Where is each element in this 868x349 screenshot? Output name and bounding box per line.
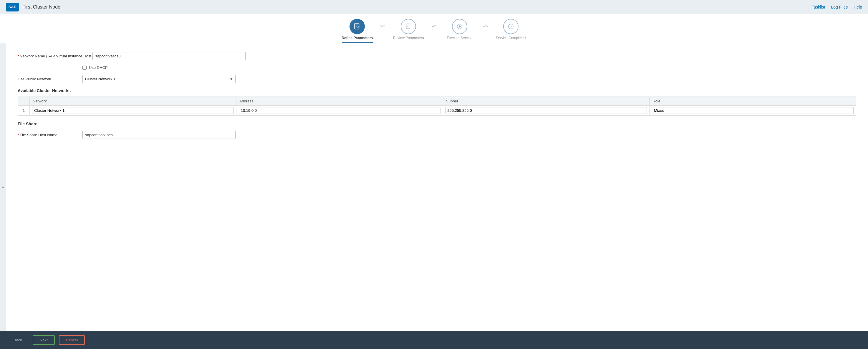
execute-label: Execute Service bbox=[447, 36, 472, 43]
file-share-host-group: *File Share Host Name bbox=[18, 131, 856, 139]
use-public-network-label: Use Public Network bbox=[18, 75, 83, 82]
arrow-2: »» bbox=[431, 19, 437, 29]
use-public-network-group: Use Public Network Cluster Network 1 Clu… bbox=[18, 75, 856, 83]
sap-logo: SAP bbox=[6, 3, 19, 11]
use-dhcp-checkbox[interactable] bbox=[83, 66, 87, 70]
svg-rect-0 bbox=[355, 23, 359, 29]
next-button[interactable]: Next bbox=[33, 335, 55, 345]
wizard-steps: Define Parameters »» Review Parameters »… bbox=[337, 19, 531, 43]
footer: Back Next Cancel bbox=[0, 331, 868, 349]
use-public-network-select[interactable]: Cluster Network 1 Cluster Network 2 bbox=[83, 75, 236, 83]
header-left: SAP First Cluster Node bbox=[6, 3, 60, 11]
cancel-button[interactable]: Cancel bbox=[59, 335, 85, 345]
wizard-step-execute[interactable]: Execute Service bbox=[439, 19, 480, 43]
header-nav: Tasklist Log Files Help bbox=[811, 5, 862, 9]
use-dhcp-row: Use DHCP bbox=[83, 65, 856, 70]
sidebar-toggle[interactable]: » bbox=[0, 43, 6, 331]
use-dhcp-label: Use DHCP bbox=[89, 65, 108, 70]
table-row: 1 bbox=[18, 106, 856, 116]
review-label: Review Parameters bbox=[393, 36, 424, 43]
review-icon bbox=[401, 19, 416, 34]
arrow-3: »» bbox=[483, 19, 488, 29]
main-content: *Network Name (SAP Virtual Instance Host… bbox=[6, 43, 868, 331]
wizard-step-define[interactable]: Define Parameters bbox=[337, 19, 378, 43]
wizard-step-review[interactable]: Review Parameters bbox=[388, 19, 429, 43]
cluster-table: Network Address Subnet Role 1 bbox=[18, 97, 856, 116]
row-subnet-cell bbox=[443, 106, 650, 116]
row-network-cell bbox=[30, 106, 237, 116]
col-address: Address bbox=[236, 97, 443, 106]
file-share-host-input[interactable] bbox=[83, 131, 236, 139]
row-role-input[interactable] bbox=[652, 107, 854, 114]
svg-rect-6 bbox=[406, 24, 410, 29]
cluster-table-head: Network Address Subnet Role bbox=[18, 97, 856, 106]
wizard-bar: Define Parameters »» Review Parameters »… bbox=[0, 14, 868, 43]
app-title: First Cluster Node bbox=[22, 4, 60, 10]
completed-icon bbox=[503, 19, 519, 34]
logfiles-link[interactable]: Log Files bbox=[831, 5, 848, 9]
col-subnet: Subnet bbox=[443, 97, 650, 106]
available-networks-title: Available Cluster Networks bbox=[18, 88, 856, 93]
network-name-input[interactable] bbox=[92, 52, 246, 60]
col-role: Role bbox=[650, 97, 856, 106]
layout: » *Network Name (SAP Virtual Instance Ho… bbox=[0, 43, 868, 331]
required-star-network: * bbox=[18, 54, 19, 58]
wizard-step-completed[interactable]: Service Completed bbox=[490, 19, 531, 43]
header: SAP First Cluster Node Tasklist Log File… bbox=[0, 0, 868, 14]
back-button[interactable]: Back bbox=[7, 336, 29, 344]
arrow-1: »» bbox=[380, 19, 385, 29]
row-address-cell bbox=[236, 106, 443, 116]
network-name-label: *Network Name (SAP Virtual Instance Host… bbox=[18, 52, 92, 59]
row-subnet-input[interactable] bbox=[445, 107, 647, 114]
file-share-host-label: *File Share Host Name bbox=[18, 131, 83, 138]
cluster-table-header-row: Network Address Subnet Role bbox=[18, 97, 856, 106]
define-label: Define Parameters bbox=[342, 36, 373, 43]
help-link[interactable]: Help bbox=[854, 5, 862, 9]
svg-point-12 bbox=[508, 24, 513, 29]
row-num: 1 bbox=[18, 106, 30, 116]
file-share-title: File Share bbox=[18, 122, 856, 126]
tasklist-link[interactable]: Tasklist bbox=[811, 5, 825, 9]
row-network-input[interactable] bbox=[32, 107, 234, 114]
cluster-table-body: 1 bbox=[18, 106, 856, 116]
row-role-cell bbox=[650, 106, 856, 116]
completed-label: Service Completed bbox=[496, 36, 526, 43]
col-num bbox=[18, 97, 30, 106]
required-star-fileshare: * bbox=[18, 133, 19, 137]
svg-marker-11 bbox=[459, 25, 461, 27]
execute-icon bbox=[452, 19, 467, 34]
col-network: Network bbox=[30, 97, 237, 106]
row-address-input[interactable] bbox=[239, 107, 440, 114]
define-icon bbox=[349, 19, 365, 34]
network-name-group: *Network Name (SAP Virtual Instance Host… bbox=[18, 52, 856, 60]
use-public-network-wrapper: Cluster Network 1 Cluster Network 2 ▼ bbox=[83, 75, 236, 83]
